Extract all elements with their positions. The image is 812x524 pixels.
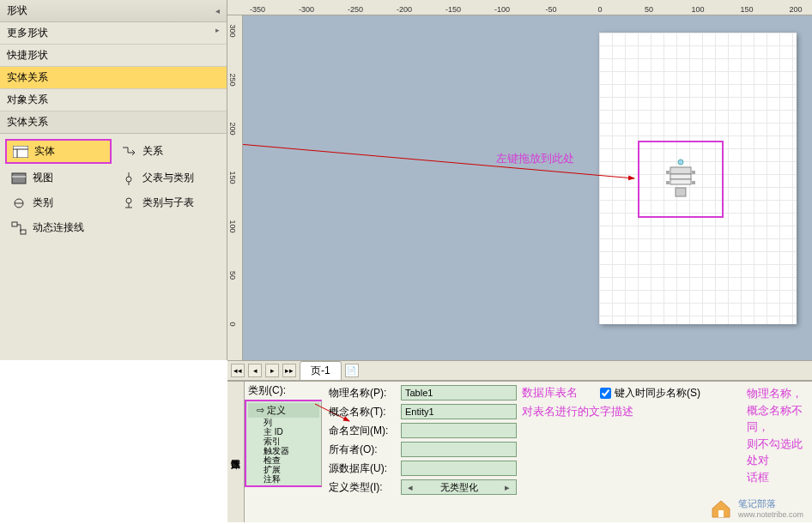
page-tabs-bar: ◂◂ ◂ ▸ ▸▸ 页-1 📄 — [227, 360, 812, 381]
svg-rect-22 — [692, 181, 695, 184]
svg-rect-21 — [666, 181, 670, 184]
sidebar-item-quick-shapes[interactable]: 快捷形状 — [0, 45, 227, 67]
arrow-right-icon: ⇨ — [257, 405, 264, 415]
svg-rect-14 — [21, 230, 26, 234]
relation-icon — [120, 145, 137, 159]
svg-rect-0 — [13, 146, 28, 158]
parent-category-icon — [120, 172, 137, 185]
def-type-select[interactable]: ◂ 无类型化 ▸ — [401, 479, 517, 495]
source-db-input[interactable] — [401, 461, 517, 476]
shape-entity[interactable]: 实体 — [5, 139, 112, 164]
annotation-drag-hint: 左键拖放到此处 — [496, 151, 574, 166]
tab-add[interactable]: 📄 — [345, 364, 359, 377]
house-icon — [709, 498, 733, 519]
namespace-input[interactable] — [401, 423, 517, 438]
sidebar-item-object-relation[interactable]: 对象关系 — [0, 89, 227, 111]
shapes-panel-title: 形状 — [7, 3, 27, 18]
svg-rect-19 — [666, 171, 670, 174]
view-icon — [10, 172, 27, 185]
shape-relation[interactable]: 关系 — [115, 139, 221, 164]
chevron-left-icon[interactable]: ◂ — [215, 6, 220, 15]
shape-parent-category[interactable]: 父表与类别 — [115, 167, 221, 189]
tree-item-extended[interactable]: 扩展 — [248, 465, 319, 474]
tree-item-trigger[interactable]: 触发器 — [248, 446, 319, 455]
tree-item-check[interactable]: 检查 — [248, 455, 319, 465]
watermark-title: 笔记部落 — [738, 497, 803, 510]
svg-rect-17 — [670, 174, 691, 179]
tab-nav-prev[interactable]: ◂ — [248, 364, 262, 377]
annotation-sync-note: 物理名称， 概念名称不同， 则不勾选此处对 话框 — [747, 385, 812, 485]
shape-label: 实体 — [34, 144, 55, 159]
shape-label: 关系 — [142, 144, 163, 159]
concept-name-input[interactable] — [401, 404, 517, 419]
source-db-label: 源数据库(U): — [329, 461, 396, 476]
svg-line-24 — [243, 136, 634, 178]
shapes-subheader: 实体关系 — [0, 111, 227, 134]
svg-point-10 — [126, 198, 131, 203]
watermark: 笔记部落 www.notetribe.com — [709, 497, 803, 519]
dropped-entity-shape[interactable] — [664, 157, 698, 200]
svg-rect-16 — [670, 167, 691, 174]
shape-view[interactable]: 视图 — [5, 167, 112, 189]
props-vertical-tab[interactable]: 数据库属性 — [227, 382, 245, 522]
annotation-table-desc: 对表名进行的文字描述 — [522, 404, 633, 419]
entity-icon — [12, 145, 29, 159]
svg-rect-13 — [12, 222, 17, 226]
category-child-icon — [120, 196, 137, 210]
svg-rect-26 — [718, 510, 724, 517]
tree-item-index[interactable]: 索引 — [248, 437, 319, 446]
svg-rect-18 — [670, 179, 691, 184]
ruler-horizontal: -350 -300 -250 -200 -150 -100 -50 0 50 1… — [227, 0, 812, 15]
owner-label: 所有者(O): — [329, 443, 396, 457]
connector-icon — [10, 221, 27, 235]
tree-item-primary-id[interactable]: 主 ID — [248, 427, 319, 437]
tree-item-notes[interactable]: 注释 — [248, 474, 319, 484]
tab-nav-next[interactable]: ▸ — [265, 364, 279, 377]
owner-input[interactable] — [401, 442, 517, 457]
def-type-value: 无类型化 — [440, 481, 478, 494]
svg-rect-20 — [692, 171, 695, 174]
shapes-panel-header[interactable]: 形状 ◂ — [0, 0, 227, 22]
namespace-label: 命名空间(M): — [329, 424, 396, 438]
canvas-area: -350 -300 -250 -200 -150 -100 -50 0 50 1… — [227, 0, 812, 360]
canvas[interactable]: 左键拖放到此处 — [243, 15, 812, 360]
shape-dynamic-connector[interactable]: 动态连接线 — [5, 217, 221, 238]
shape-label: 类别与子表 — [142, 196, 194, 210]
category-icon — [10, 196, 27, 210]
shape-category-child[interactable]: 类别与子表 — [115, 192, 221, 214]
chevron-right-icon: ▸ — [215, 26, 220, 34]
tree-item-definition[interactable]: ⇨ 定义 — [248, 403, 319, 418]
tab-nav-first[interactable]: ◂◂ — [231, 364, 245, 377]
shape-category[interactable]: 类别 — [5, 192, 112, 214]
svg-rect-23 — [676, 188, 686, 196]
shape-label: 动态连接线 — [33, 220, 84, 235]
ruler-vertical: 300 250 200 150 100 50 0 — [227, 15, 243, 360]
shapes-grid: 实体 关系 视图 父表与类别 类别 类别与子表 — [0, 134, 227, 244]
svg-point-15 — [678, 160, 683, 165]
tab-nav-last[interactable]: ▸▸ — [282, 364, 296, 377]
sidebar-item-more-shapes[interactable]: 更多形状 ▸ — [0, 22, 227, 45]
svg-rect-3 — [12, 173, 26, 184]
phys-name-label: 物理名称(P): — [329, 386, 396, 401]
shape-label: 视图 — [33, 171, 53, 185]
sidebar-item-entity-relation[interactable]: 实体关系 — [0, 67, 227, 89]
sync-names-checkbox[interactable] — [600, 388, 611, 399]
tree-item-column[interactable]: 列 — [248, 418, 319, 427]
annotation-db-table: 数据库表名 — [522, 385, 578, 401]
shape-label: 类别 — [33, 196, 53, 210]
chevron-right-icon[interactable]: ▸ — [502, 482, 512, 493]
svg-point-6 — [126, 177, 131, 182]
category-tree: ⇨ 定义 列 主 ID 索引 触发器 检查 扩展 注释 — [245, 400, 322, 487]
def-type-label: 定义类型(I): — [329, 480, 396, 495]
concept-name-label: 概念名称(T): — [329, 405, 396, 419]
phys-name-input[interactable] — [401, 385, 517, 401]
chevron-left-icon[interactable]: ◂ — [405, 482, 415, 493]
shape-label: 父表与类别 — [142, 171, 194, 185]
shapes-sidebar: 形状 ◂ 更多形状 ▸ 快捷形状 实体关系 对象关系 实体关系 实体 关系 视图 — [0, 0, 227, 360]
sync-names-label: 键入时同步名称(S) — [615, 386, 700, 401]
watermark-url: www.notetribe.com — [738, 510, 803, 519]
category-label: 类别(C): — [245, 382, 322, 400]
page-tab-1[interactable]: 页-1 — [300, 361, 342, 381]
